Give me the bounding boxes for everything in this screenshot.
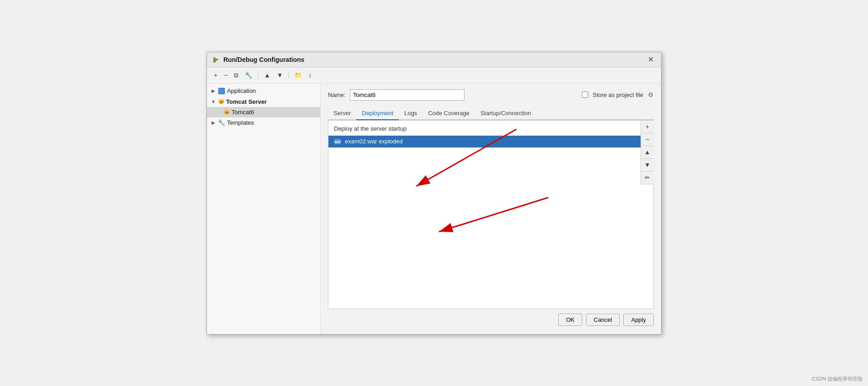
tomcat6-icon: 🐱 bbox=[223, 109, 230, 115]
sidebar: ▶ Application ▼ 🐱 Tomcat Server 🐱 Tomcat… bbox=[207, 84, 321, 334]
watermark: CSDN @编程界明世隐 bbox=[812, 376, 863, 382]
toolbar-separator-2 bbox=[288, 71, 289, 79]
deployment-item-exam02[interactable]: WAR exam02:war exploded bbox=[328, 136, 653, 147]
sidebar-item-application[interactable]: ▶ Application bbox=[207, 86, 320, 96]
sidebar-label-application: Application bbox=[227, 87, 256, 94]
ok-button[interactable]: OK bbox=[558, 314, 582, 326]
toolbar-separator-1 bbox=[258, 71, 258, 79]
sidebar-label-tomcat6: Tomcat6 bbox=[232, 109, 254, 116]
bottom-row: OK Cancel Apply bbox=[328, 309, 654, 329]
remove-config-button[interactable]: − bbox=[222, 70, 230, 80]
deployment-add-button[interactable]: + bbox=[641, 121, 654, 133]
svg-rect-1 bbox=[213, 61, 216, 62]
sidebar-item-tomcat-server[interactable]: ▼ 🐱 Tomcat Server bbox=[207, 96, 320, 107]
store-project-checkbox[interactable] bbox=[582, 91, 588, 98]
bottom-buttons: OK Cancel Apply bbox=[558, 314, 654, 326]
sidebar-label-tomcat-server: Tomcat Server bbox=[226, 98, 267, 105]
expand-arrow-templates: ▶ bbox=[211, 120, 216, 125]
application-icon bbox=[218, 87, 225, 95]
tab-code-coverage[interactable]: Code Coverage bbox=[423, 107, 475, 120]
deployment-list: WAR exam02:war exploded bbox=[328, 136, 653, 309]
templates-icon: 🔧 bbox=[218, 119, 225, 127]
war-icon: WAR bbox=[334, 138, 341, 145]
tomcat-server-icon: 🐱 bbox=[218, 98, 224, 105]
cancel-button[interactable]: Cancel bbox=[586, 314, 620, 326]
title-bar-left: Run/Debug Configurations bbox=[212, 56, 304, 63]
right-panel: Name: Store as project file ⚙ Server Dep… bbox=[321, 84, 661, 334]
move-up-button[interactable]: ▲ bbox=[262, 70, 273, 80]
deployment-item-label: exam02:war exploded bbox=[345, 138, 403, 145]
apply-button[interactable]: Apply bbox=[623, 314, 654, 326]
settings-button[interactable]: 🔧 bbox=[242, 70, 255, 80]
name-label: Name: bbox=[328, 91, 345, 98]
tab-logs[interactable]: Logs bbox=[399, 107, 423, 120]
sort-button[interactable]: ↕ bbox=[306, 70, 314, 80]
deployment-section-title: Deploy at the server startup bbox=[328, 121, 653, 136]
store-project-label: Store as project file bbox=[593, 91, 643, 98]
dialog-title: Run/Debug Configurations bbox=[223, 56, 304, 63]
store-project-gear-icon[interactable]: ⚙ bbox=[648, 91, 654, 98]
name-store-row: Name: Store as project file ⚙ bbox=[328, 89, 654, 101]
tab-startup-connection[interactable]: Startup/Connection bbox=[475, 107, 536, 120]
folder-button[interactable]: 📁 bbox=[292, 70, 304, 80]
tab-deployment[interactable]: Deployment bbox=[356, 107, 399, 120]
dialog-icon bbox=[212, 56, 220, 63]
deployment-remove-button[interactable]: − bbox=[641, 133, 654, 146]
tabs-bar: Server Deployment Logs Code Coverage Sta… bbox=[328, 107, 654, 120]
deployment-panel: Deploy at the server startup WAR exam02:… bbox=[328, 120, 654, 309]
close-button[interactable]: ✕ bbox=[646, 56, 656, 63]
deployment-up-button[interactable]: ▲ bbox=[641, 146, 654, 159]
side-buttons: + − ▲ ▼ ✏ bbox=[641, 121, 654, 184]
sidebar-item-templates[interactable]: ▶ 🔧 Templates bbox=[207, 117, 320, 128]
sidebar-item-tomcat6[interactable]: 🐱 Tomcat6 bbox=[207, 107, 320, 117]
deployment-down-button[interactable]: ▼ bbox=[641, 159, 654, 172]
title-bar: Run/Debug Configurations ✕ bbox=[207, 52, 661, 67]
sidebar-label-templates: Templates bbox=[227, 119, 254, 126]
deployment-edit-button[interactable]: ✏ bbox=[641, 172, 654, 184]
svg-text:WAR: WAR bbox=[334, 141, 341, 143]
tab-server[interactable]: Server bbox=[328, 107, 356, 120]
expand-arrow-tomcat: ▼ bbox=[211, 99, 216, 104]
main-content: ▶ Application ▼ 🐱 Tomcat Server 🐱 Tomcat… bbox=[207, 84, 661, 334]
run-debug-configurations-dialog: Run/Debug Configurations ✕ + − ⧉ 🔧 ▲ ▼ 📁… bbox=[207, 52, 661, 335]
name-input[interactable] bbox=[350, 89, 464, 101]
copy-config-button[interactable]: ⧉ bbox=[232, 70, 241, 81]
expand-arrow-application: ▶ bbox=[211, 88, 216, 93]
add-config-button[interactable]: + bbox=[212, 70, 220, 80]
move-down-button[interactable]: ▼ bbox=[274, 70, 285, 80]
toolbar: + − ⧉ 🔧 ▲ ▼ 📁 ↕ bbox=[207, 67, 661, 84]
